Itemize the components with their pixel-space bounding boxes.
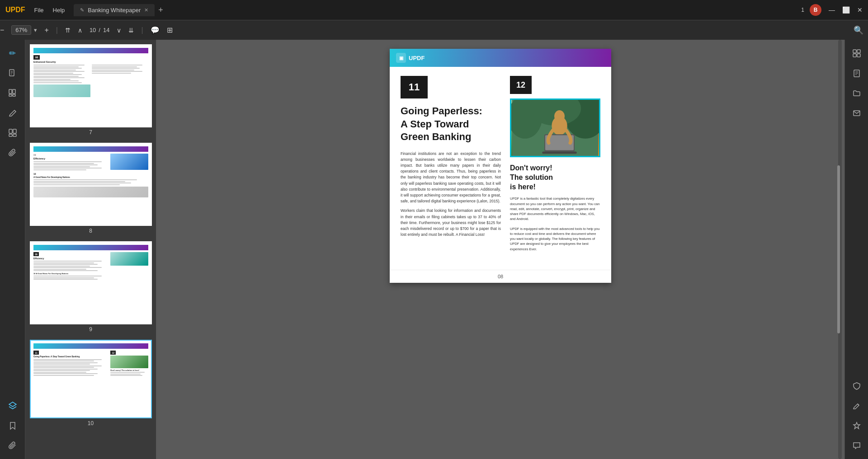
body-paragraph-2: Workers claim that looking for informati… (401, 208, 501, 238)
svg-rect-24 (857, 54, 860, 57)
thumbnail-label-7: 7 (30, 129, 151, 136)
right-icon-comment[interactable] (849, 437, 865, 454)
new-tab-button[interactable]: + (158, 5, 163, 15)
svg-rect-5 (13, 89, 15, 94)
tab-close-button[interactable]: ✕ (144, 7, 148, 13)
scrollbar-thumb[interactable] (837, 165, 840, 333)
thumbnail-page-9[interactable]: 09 Efficiency 10 A Good News For Develop… (30, 241, 151, 333)
sidebar-icon-attachment[interactable] (5, 145, 21, 161)
sidebar-icon-edit[interactable] (5, 105, 21, 121)
thumbnail-page-7[interactable]: 08 Enhanced Security (30, 44, 151, 136)
doc-logo-text: UPDF (409, 55, 425, 61)
close-button[interactable]: ✕ (857, 6, 863, 14)
menu-file[interactable]: File (34, 7, 44, 14)
thumbnail-image-10: 11 Going Paperless: A Step Toward Green … (30, 340, 152, 418)
right-icon-folder[interactable] (849, 85, 865, 101)
svg-rect-10 (9, 134, 12, 136)
svg-rect-23 (853, 54, 856, 57)
thumbnail-label-8: 8 (30, 228, 151, 234)
nav-prev-button[interactable]: ∧ (78, 27, 82, 34)
maximize-button[interactable]: ⬜ (842, 6, 850, 14)
thumbnail-label-10: 10 (30, 420, 151, 426)
tab-bar: ✎ Banking Whitepaper ✕ + (74, 4, 163, 16)
tab-banking-whitepaper[interactable]: ✎ Banking Whitepaper ✕ (74, 4, 155, 16)
current-page: 10 (90, 27, 96, 33)
right-sidebar (844, 40, 868, 459)
version-badge: 1 (801, 7, 804, 13)
thumbnail-image-9: 09 Efficiency 10 A Good News For Develop… (30, 241, 152, 324)
thumbnail-page-8[interactable]: 09 Efficiency 10 (30, 143, 151, 234)
svg-rect-6 (9, 94, 12, 96)
document-footer: 08 (390, 270, 611, 283)
menu-help[interactable]: Help (53, 7, 65, 14)
section-title: Going Paperless: A Step Toward Green Ban… (401, 105, 501, 144)
right-icon-edit2[interactable] (849, 398, 865, 414)
right-icon-mail[interactable] (849, 105, 865, 121)
person-image (510, 98, 600, 157)
document-viewer[interactable]: ▣ UPDF 11 Going Paperless: A Step Toward… (156, 40, 844, 459)
scrollbar-track[interactable] (838, 40, 842, 459)
dont-worry-body-2: UPDF is equipped with the most advanced … (510, 226, 600, 252)
left-sidebar: ✏ (0, 40, 25, 459)
thumbnail-page-10[interactable]: 11 Going Paperless: A Step Toward Green … (30, 340, 151, 426)
separator-2: | (141, 26, 143, 34)
svg-rect-11 (13, 134, 16, 136)
right-icon-star[interactable] (849, 417, 865, 434)
right-icon-grid[interactable] (849, 45, 865, 61)
title-bar-right: 1 B — ⬜ ✕ (801, 4, 863, 16)
document-header: ▣ UPDF (390, 49, 611, 67)
title-bar: UPDF File Help ✎ Banking Whitepaper ✕ + … (0, 0, 868, 20)
minimize-button[interactable]: — (829, 6, 835, 14)
document-body: 11 Going Paperless: A Step Toward Green … (390, 67, 611, 270)
zoom-level: 67% (11, 25, 31, 35)
app-logo: UPDF (5, 6, 25, 14)
zoom-out-button[interactable]: − (0, 26, 4, 34)
nav-last-button[interactable]: ⇊ (128, 27, 134, 34)
zoom-in-button[interactable]: + (44, 26, 48, 34)
thumbnail-panel[interactable]: 08 Enhanced Security (25, 40, 156, 459)
dont-worry-body-1: UPDF is a fantastic tool that completely… (510, 196, 600, 221)
document-page: ▣ UPDF 11 Going Paperless: A Step Toward… (390, 49, 611, 283)
svg-line-30 (858, 404, 859, 405)
sidebar-icon-bookmarks[interactable] (5, 85, 21, 101)
doc-logo: ▣ UPDF (396, 53, 425, 63)
svg-rect-8 (9, 129, 12, 133)
layout-button[interactable]: ⊞ (167, 26, 173, 34)
zoom-dropdown-icon[interactable]: ▾ (34, 27, 37, 33)
sidebar-icon-bookmark2[interactable] (5, 417, 21, 434)
right-icon-doc[interactable] (849, 65, 865, 81)
nav-first-button[interactable]: ⇈ (65, 27, 71, 34)
thumbnail-image-7: 08 Enhanced Security (30, 44, 152, 127)
section-number-12: 12 (510, 76, 532, 94)
page-separator: / (99, 27, 100, 33)
body-paragraph-1: Financial institutions are not an except… (401, 151, 501, 205)
page-footer-number: 08 (498, 274, 503, 279)
thumbnail-label-9: 9 (30, 326, 151, 333)
menu-bar: File Help (34, 7, 65, 14)
nav-next-button[interactable]: ∨ (117, 27, 121, 34)
page-indicator: 10 / 14 (90, 27, 110, 33)
user-avatar[interactable]: B (810, 4, 821, 16)
section-number-11: 11 (401, 76, 428, 98)
toolbar: − 67% ▾ + | ⇈ ∧ 10 / 14 ∨ ⇊ | 💬 ⊞ 🔍 (0, 20, 868, 40)
svg-rect-21 (853, 50, 856, 53)
doc-left-column: 11 Going Paperless: A Step Toward Green … (401, 76, 501, 256)
svg-rect-22 (857, 50, 860, 53)
sidebar-icon-annotate[interactable]: ✏ (5, 45, 21, 61)
separator-1: | (56, 26, 58, 34)
sidebar-icon-paperclip[interactable] (5, 437, 21, 454)
sidebar-icon-layers[interactable] (5, 398, 21, 414)
tab-title: Banking Whitepaper (88, 7, 141, 14)
thumbnail-image-8: 09 Efficiency 10 (30, 143, 152, 226)
sidebar-icon-thumbnails[interactable] (5, 125, 21, 141)
thumb7-title: Enhanced Security (33, 61, 148, 63)
zoom-area: 67% ▾ (11, 25, 37, 35)
svg-rect-7 (13, 94, 15, 96)
right-icon-security[interactable] (849, 378, 865, 394)
svg-point-17 (554, 110, 565, 122)
sidebar-icon-pages[interactable] (5, 65, 21, 81)
doc-logo-icon: ▣ (396, 53, 406, 63)
svg-rect-20 (542, 151, 576, 154)
comment-mode-button[interactable]: 💬 (151, 26, 160, 34)
search-button[interactable]: 🔍 (854, 25, 863, 35)
